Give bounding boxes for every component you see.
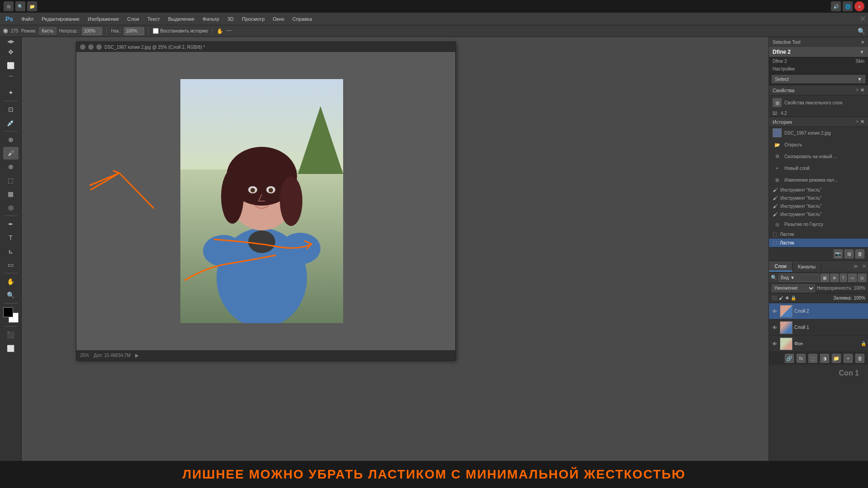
eyedropper-tool[interactable]: 💉 [3,117,19,129]
kind-dropdown[interactable]: ▼ [790,275,795,280]
history-item-6[interactable]: 🖌 Инструмент "Кисть" [769,194,868,202]
history-checkbox[interactable] [153,28,159,34]
properties-close[interactable]: ✕ [860,87,864,93]
layer-filter-type[interactable]: T [840,274,847,282]
dfine-row: Dfine 2 ▼ [769,47,868,57]
menu-image[interactable]: Изображение [84,14,123,23]
menu-3d[interactable]: 3D [224,14,237,23]
lasso-tool[interactable]: ⌒ [3,73,19,85]
layer-row-sloi2[interactable]: 👁 Слой 2 [769,303,868,319]
layer-filter-pixel[interactable]: ▦ [821,274,829,282]
layer-filter-shape[interactable]: ▭ [848,274,857,282]
history-item-1[interactable]: 📂 Открыть [769,139,868,150]
change-screen-mode[interactable]: ⬜ [3,342,19,355]
menu-filter[interactable]: Фильтр [199,14,223,23]
window-minimize[interactable] [88,44,94,50]
layer-search-box[interactable]: Вид ▼ [778,274,819,282]
window-close[interactable] [80,44,85,50]
history-item-5[interactable]: 🖌 Инструмент "Кисть" [769,186,868,194]
history-item-8[interactable]: 🖌 Инструмент "Кисть" [769,210,868,218]
selective-tool-close[interactable]: ✕ [861,40,864,45]
menu-help[interactable]: Справка [289,14,316,23]
add-mask-btn[interactable]: ⬚ [808,354,817,363]
menu-file[interactable]: Файл [18,14,37,23]
layer-eye-sloi1[interactable]: 👁 [771,324,778,331]
layer-row-sloi1[interactable]: 👁 Слой 1 [769,319,868,336]
history-new-state[interactable]: ⊞ [844,249,854,258]
flow-input[interactable] [124,27,144,35]
zoom-tool[interactable]: 🔍 [3,289,19,301]
delete-layer-btn[interactable]: 🗑 [855,354,864,363]
history-delete[interactable]: 🗑 [855,249,864,258]
tab-layers[interactable]: Слои [769,262,793,272]
lock-position-icon[interactable]: ✥ [785,296,789,300]
tools-expand[interactable]: ◀▶ [7,39,14,44]
move-tool[interactable]: ✥ [3,46,19,58]
pen-tool[interactable]: ✒ [3,218,19,230]
lock-transparent-icon[interactable]: ⬛ [772,296,777,300]
history-item-0[interactable]: DSC_1967 копия 2.jpg [769,127,868,139]
clone-stamp-tool[interactable]: ⊗ [3,160,19,173]
spot-heal-tool[interactable]: ⊕ [3,133,19,146]
color-swatches[interactable] [3,307,19,323]
history-expand[interactable]: » [856,119,859,125]
history-new-snapshot[interactable]: 📷 [834,249,843,258]
layers-panel-expand[interactable]: ≫ [851,262,860,271]
close-button[interactable]: ✕ [859,14,866,24]
foreground-color[interactable] [3,307,13,317]
properties-expand[interactable]: » [856,87,859,93]
history-item-4[interactable]: ⊞ Изменение режима нал... [769,174,868,186]
new-adjustment-btn[interactable]: ◑ [820,354,829,363]
mode-change-icon: ⊞ [773,175,782,184]
dodge-tool[interactable]: ◎ [3,201,19,214]
history-label-7: Инструмент "Кисть" [780,204,821,209]
layers-panel-close[interactable]: ✕ [860,262,868,271]
history-item-9[interactable]: ◎ Разытие по Гауссу [769,218,868,230]
type-tool[interactable]: T [3,231,19,244]
history-label-5: Инструмент "Кисть" [780,188,821,192]
layer-filter-adjustment[interactable]: ⊕ [830,274,839,282]
window-maximize[interactable] [96,44,102,50]
menu-edit[interactable]: Редактирование [38,14,83,23]
layer-eye-sloi2[interactable]: 👁 [771,308,778,315]
menu-text[interactable]: Текст [144,14,164,23]
menu-window[interactable]: Окно [269,14,288,23]
menu-view[interactable]: Просмотр [238,14,268,23]
new-group-btn[interactable]: 📁 [832,354,841,363]
lock-pixels-icon[interactable]: 🖌 [779,296,783,300]
menu-layers[interactable]: Слои [123,14,143,23]
path-selection-tool[interactable]: ⊾ [3,245,19,258]
brush-tool[interactable]: 🖌 [3,147,19,160]
history-item-3[interactable]: + Новый слой [769,162,868,174]
tab-channels[interactable]: Каналы [793,262,821,271]
history-close[interactable]: ✕ [860,119,864,125]
history-item-11[interactable]: ⬚ Ластик [769,239,868,247]
crop-tool[interactable]: ⊡ [3,103,19,116]
canvas-content[interactable] [76,52,455,350]
magic-wand-tool[interactable]: ✦ [3,86,19,99]
os-icon-3: 📁 [27,1,37,11]
search-icon[interactable]: 🔍 [858,28,865,35]
history-item-10[interactable]: ⬚ Ластик [769,230,868,239]
add-style-btn[interactable]: fx [797,354,806,363]
blend-mode-select[interactable]: Умножение [772,284,815,292]
eraser-tool[interactable]: ⬚ [3,174,19,187]
lock-all-icon[interactable]: 🔒 [791,296,796,300]
main-layout: ◀▶ ✥ ⬜ ⌒ ✦ ⊡ 💉 ⊕ 🖌 ⊗ ⬚ ▦ ◎ ✒ T ⊾ ▭ ✋ 🔍 ⬛… [0,37,868,488]
new-layer-btn[interactable]: + [844,354,853,363]
layer-filter-smart[interactable]: ◎ [858,274,866,282]
select-dropdown[interactable]: Select ▼ [772,75,865,83]
quick-mask-tool[interactable]: ⬛ [3,328,19,341]
shape-tool[interactable]: ▭ [3,258,19,271]
history-item-7[interactable]: 🖌 Инструмент "Кисть" [769,202,868,210]
history-item-2[interactable]: ⧉ Скопировать на новый ... [769,150,868,162]
menu-select[interactable]: Выделение [165,14,198,23]
layer-row-fon[interactable]: 👁 Фон 🔒 [769,336,868,352]
layer-eye-fon[interactable]: 👁 [771,340,778,347]
gradient-tool[interactable]: ▦ [3,188,19,200]
opacity-input[interactable] [82,27,102,35]
marquee-tool[interactable]: ⬜ [3,59,19,72]
mode-dropdown[interactable]: Кисть [39,27,56,35]
link-layers-btn[interactable]: 🔗 [785,354,794,363]
hand-tool[interactable]: ✋ [3,275,19,288]
